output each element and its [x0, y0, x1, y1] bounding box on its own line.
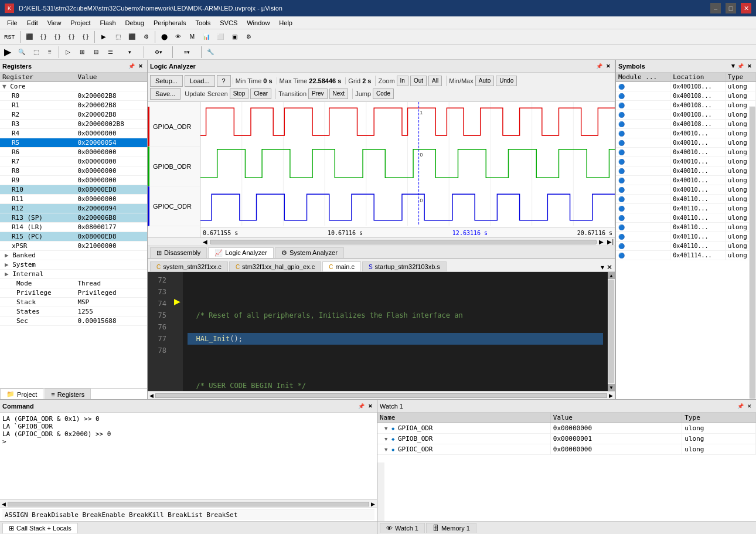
tab-watch1[interactable]: 👁 Watch 1 — [380, 523, 425, 533]
tb2-btn5[interactable]: ▷ — [62, 46, 74, 59]
la-zoom-in-button[interactable]: In — [397, 76, 408, 86]
watch-close-icon[interactable]: ✕ — [745, 402, 754, 410]
tb-step[interactable]: ▶ — [97, 30, 110, 43]
menu-help[interactable]: Help — [274, 18, 297, 28]
tab-hal-gpio[interactable]: C stm32f1xx_hal_gpio_ex.c — [229, 261, 321, 271]
la-auto-button[interactable]: Auto — [475, 76, 495, 86]
code-scroll-right[interactable]: ▶ — [607, 393, 615, 399]
sym-vscroll[interactable] — [749, 106, 756, 399]
menu-svcs[interactable]: SVCS — [215, 18, 242, 28]
reg-group[interactable]: ▶ System — [0, 260, 75, 270]
cmd-scroll-left[interactable]: ◀ — [0, 501, 8, 507]
maximize-button[interactable]: □ — [726, 3, 736, 13]
tb-perf[interactable]: 📊 — [200, 30, 213, 43]
table-row[interactable]: R13 (SP) 0x200006B8 — [0, 213, 147, 223]
registers-close-icon[interactable]: ✕ — [137, 62, 145, 70]
table-row[interactable]: R14 (LR) 0x08000177 — [0, 223, 147, 232]
la-clear-button[interactable]: Clear — [250, 89, 271, 99]
tab-registers[interactable]: ≡ Registers — [45, 389, 91, 399]
symbols-pin-icon[interactable]: 📌 — [736, 62, 744, 70]
reg-core-expand[interactable]: ▼ Core — [0, 82, 75, 91]
table-row[interactable]: R6 0x00000000 — [0, 148, 147, 157]
table-row[interactable]: ▶ System — [0, 260, 147, 270]
tb2-copy[interactable]: ⊞ — [76, 46, 88, 59]
la-scrollbar-inner[interactable]: ◀ ▶ ▶| — [200, 239, 615, 245]
tb2-btn2[interactable]: 🔍 — [15, 46, 28, 59]
tb-btn4[interactable]: { } — [65, 30, 78, 43]
menu-project[interactable]: Project — [66, 18, 95, 28]
la-scroll-right[interactable]: ▶ — [597, 239, 606, 245]
command-close-icon[interactable]: ✕ — [366, 402, 374, 410]
cmd-scroll-right[interactable]: ▶ — [369, 501, 377, 507]
table-row[interactable]: R4 0x00000000 — [0, 129, 147, 138]
menu-flash[interactable]: Flash — [96, 18, 121, 28]
table-row[interactable]: R0 0x200002B8 — [0, 91, 147, 101]
tab-project[interactable]: 📁 Project — [0, 389, 43, 399]
menu-peripherals[interactable]: Peripherals — [149, 18, 191, 28]
tab-startup[interactable]: S startup_stm32f103xb.s — [362, 261, 447, 271]
tb-step-over[interactable]: ⬚ — [111, 30, 124, 43]
la-undo-button[interactable]: Undo — [496, 76, 517, 86]
tb-btn2[interactable]: { } — [37, 30, 50, 43]
tb-run[interactable]: ⚙ — [139, 30, 152, 43]
table-row[interactable]: R1 0x200002B8 — [0, 101, 147, 110]
la-scrollbar-track[interactable] — [210, 240, 597, 244]
tb-serial[interactable]: ▣ — [228, 30, 241, 43]
tab-system-analyzer[interactable]: ⚙ System Analyzer — [275, 247, 344, 258]
tb-btn3[interactable]: { } — [51, 30, 64, 43]
close-button[interactable]: ✕ — [741, 3, 751, 13]
tb2-wrench[interactable]: 🔧 — [204, 46, 217, 59]
tab-main-c[interactable]: C main.c — [322, 261, 361, 271]
watch-vscroll[interactable] — [377, 462, 384, 521]
tb-mem[interactable]: M — [186, 30, 199, 43]
la-prev-button[interactable]: Prev — [308, 89, 328, 99]
code-content[interactable]: /* Reset of all peripherals, Initializes… — [183, 272, 608, 391]
la-code-button[interactable]: Code — [373, 89, 394, 99]
table-row[interactable]: R15 (PC) 0x08000ED8 — [0, 232, 147, 242]
table-row[interactable]: R3 0x20000002B8 — [0, 120, 147, 129]
tb2-btn3[interactable]: ⬚ — [29, 46, 42, 59]
la-load-button[interactable]: Load... — [185, 75, 215, 87]
sym-scroll-thumb[interactable] — [750, 107, 755, 399]
minimize-button[interactable]: – — [710, 3, 721, 13]
code-scroll-track[interactable] — [155, 393, 607, 398]
la-save-button[interactable]: Save... — [150, 88, 181, 100]
menu-view[interactable]: View — [43, 18, 66, 28]
reg-group[interactable]: ▶ Internal — [0, 270, 75, 279]
la-question-button[interactable]: ? — [217, 75, 231, 87]
table-row[interactable]: R11 0x00000000 — [0, 195, 147, 204]
la-scroll-end[interactable]: ▶| — [606, 239, 615, 245]
tb2-btn4[interactable]: ≡ — [43, 46, 56, 59]
command-input[interactable] — [10, 438, 308, 445]
menu-debug[interactable]: Debug — [121, 18, 149, 28]
la-stop-button[interactable]: Stop — [230, 89, 249, 99]
vscroll-down[interactable]: ▼ — [608, 384, 615, 391]
reg-group[interactable]: ▶ Banked — [0, 251, 75, 260]
table-row[interactable]: ▼ ◆ GPIOC_ODR 0x00000000 ulong — [377, 444, 756, 455]
table-row[interactable]: R2 0x200002B8 — [0, 110, 147, 120]
tab-memory1[interactable]: 🗄 Memory 1 — [426, 523, 476, 533]
menu-edit[interactable]: Edit — [22, 18, 43, 28]
cmd-scroll-track[interactable] — [8, 502, 369, 506]
menu-file[interactable]: File — [2, 18, 22, 28]
table-row[interactable]: R12 0x20000094 — [0, 204, 147, 213]
code-hscrollbar[interactable]: ◀ ▶ — [148, 391, 615, 399]
la-hscrollbar[interactable]: ◀ ▶ ▶| — [148, 237, 615, 246]
table-row[interactable]: R9 0x00000000 — [0, 176, 147, 185]
code-scroll-left[interactable]: ◀ — [148, 393, 155, 399]
tb-rst-button[interactable]: RST — [1, 30, 18, 43]
la-setup-button[interactable]: Setup... — [150, 75, 183, 87]
menu-tools[interactable]: Tools — [191, 18, 216, 28]
la-next-button[interactable]: Next — [329, 89, 349, 99]
table-row[interactable]: R8 0x00000000 — [0, 166, 147, 176]
tab-dropdown-icon[interactable]: ▾ — [601, 263, 604, 271]
tb-step-out[interactable]: ⬛ — [125, 30, 138, 43]
tb2-btn7[interactable]: ▾ — [118, 46, 141, 59]
vscroll-up[interactable]: ▲ — [608, 272, 615, 279]
tb-stop-debug[interactable]: ⬛ — [23, 30, 36, 43]
tb-breakpoint[interactable]: ⬤ — [158, 30, 171, 43]
la-pin-icon[interactable]: 📌 — [595, 62, 603, 70]
tab-logic-analyzer[interactable]: 📈 Logic Analyzer — [208, 247, 274, 258]
tb-settings[interactable]: ⚙ — [242, 30, 255, 43]
symbols-dropdown-icon[interactable]: ▾ — [731, 62, 735, 70]
